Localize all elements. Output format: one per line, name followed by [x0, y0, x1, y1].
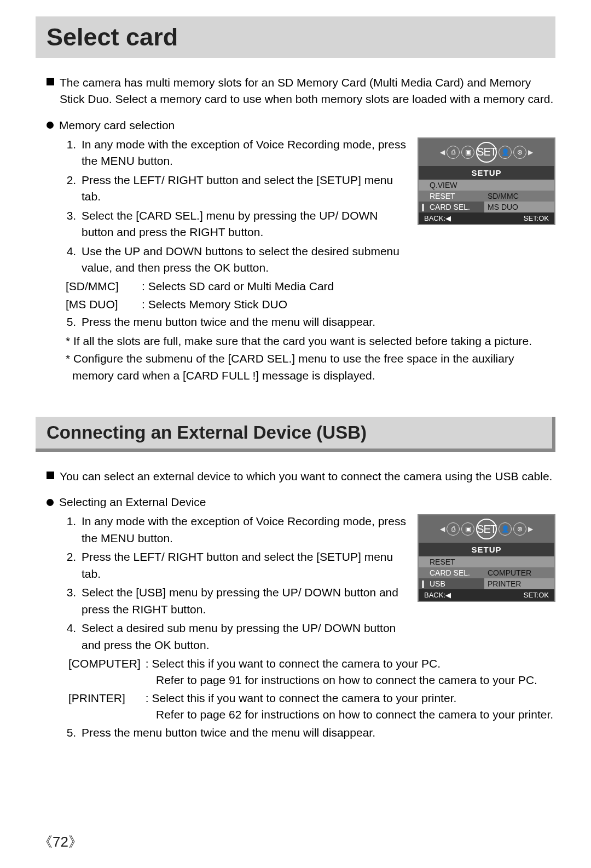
subheading-2-text: Selecting an External Device	[59, 496, 206, 509]
options-1: [SD/MMC]: Selects SD card or Multi Media…	[66, 278, 407, 313]
lcd-screenshot-1: ◀ ⎙ ▣ SET 👤 ⊛ ▶ SETUP Q.VIEW RESETSD/MMC…	[418, 137, 555, 225]
col-left-1: In any mode with the exception of Voice …	[36, 136, 407, 314]
columns-1: In any mode with the exception of Voice …	[36, 136, 555, 314]
steps-list-1b: Press the menu button twice and the menu…	[79, 314, 555, 330]
square-bullet-icon	[47, 78, 54, 85]
lcd1-m3: CARD SEL.	[419, 202, 484, 212]
opt2-1-sub: Refer to page 91 for instructions on how…	[156, 672, 555, 688]
subheading-1-text: Memory card selection	[59, 119, 175, 132]
lcd2-m2: CARD SEL.	[419, 567, 484, 578]
lcd2-m3r: PRINTER	[484, 578, 554, 589]
lcd1-m2: RESET	[419, 191, 484, 202]
notes-1: * If all the slots are full, make sure t…	[66, 333, 555, 384]
opt2-1-desc: : Select this if you want to connect the…	[146, 657, 441, 670]
step-2-4: Select a desired sub menu by pressing th…	[79, 620, 407, 653]
lcd1-print-tab-icon: ⎙	[447, 146, 460, 159]
lcd2-body: RESET CARD SEL.COMPUTER USBPRINTER	[419, 556, 554, 589]
opt1-desc: : Selects SD card or Multi Media Card	[142, 278, 334, 295]
lcd2-footer: BACK:◀ SET:OK	[419, 589, 554, 601]
step-1-4: Use the UP and DOWN buttons to select th…	[79, 243, 407, 277]
lcd1-footer: BACK:◀ SET:OK	[419, 212, 554, 224]
lcd2-m2r: COMPUTER	[484, 567, 554, 578]
lcd2-m1: RESET	[419, 556, 484, 567]
lcd2-set-tab: SET	[476, 519, 497, 539]
lcd1-person-tab-icon: 👤	[499, 146, 512, 159]
note-1-2: * Configure the submenu of the [CARD SEL…	[66, 350, 555, 384]
lcd2-tabs: ◀ ⎙ ▣ SET 👤 ⊛ ▶	[419, 515, 554, 543]
opt2-desc: : Selects Memory Stick DUO	[142, 296, 287, 313]
intro-block-2: You can select an external device to whi…	[47, 468, 555, 485]
lcd2-right-arrow-icon: ▶	[528, 525, 533, 533]
intro-text-1: The camera has multi memory slots for an…	[60, 74, 555, 108]
step-2-1: In any mode with the exception of Voice …	[79, 513, 407, 547]
note-1-1: * If all the slots are full, make sure t…	[66, 333, 555, 349]
opt2-2-sub: Refer to page 62 for instructions on how…	[156, 706, 555, 723]
lcd1-play-tab-icon: ▣	[461, 146, 474, 159]
circle-bullet-icon	[47, 122, 54, 129]
step-2-2: Press the LEFT/ RIGHT button and select …	[79, 549, 407, 582]
circle-bullet-icon	[47, 499, 54, 506]
lcd1-m1: Q.VIEW	[419, 180, 484, 191]
lcd1-m3r: MS DUO	[484, 202, 554, 212]
step-1-5: Press the menu button twice and the menu…	[79, 314, 555, 330]
intro-text-2: You can select an external device to whi…	[60, 468, 552, 485]
lcd2-back: BACK:◀	[424, 591, 451, 599]
columns-2: In any mode with the exception of Voice …	[36, 513, 555, 656]
lcd2-print-tab-icon: ⎙	[447, 522, 460, 536]
lcd1-body: Q.VIEW RESETSD/MMC CARD SEL.MS DUO	[419, 180, 554, 212]
lcd2-play-tab-icon: ▣	[461, 522, 474, 536]
lcd1-misc-tab-icon: ⊛	[513, 146, 526, 159]
opt2-2-desc: : Select this if you want to connect the…	[146, 692, 456, 704]
step-1-1: In any mode with the exception of Voice …	[79, 136, 407, 170]
steps-list-2b: Press the menu button twice and the menu…	[79, 725, 555, 741]
step-2-5: Press the menu button twice and the menu…	[79, 725, 555, 741]
lcd2-header: SETUP	[419, 543, 554, 556]
lcd1-header: SETUP	[419, 166, 554, 180]
opt2-1-name: [COMPUTER]	[68, 656, 142, 672]
lcd2-person-tab-icon: 👤	[499, 522, 512, 536]
intro-block-1: The camera has multi memory slots for an…	[47, 74, 555, 108]
section-title-bar-usb: Connecting an External Device (USB)	[36, 417, 555, 452]
steps-list-2: In any mode with the exception of Voice …	[79, 513, 407, 653]
page-title: Select card	[47, 23, 544, 51]
lcd1-set: SET:OK	[524, 214, 549, 222]
page-title-bar: Select card	[36, 16, 555, 58]
page-number: 72	[38, 832, 83, 852]
lcd2-set: SET:OK	[524, 591, 549, 599]
subheading-1: Memory card selection	[47, 119, 555, 132]
lcd2-left-arrow-icon: ◀	[440, 525, 445, 533]
steps-list-1: In any mode with the exception of Voice …	[79, 136, 407, 277]
lcd2-misc-tab-icon: ⊛	[513, 522, 526, 536]
lcd2-m3: USB	[419, 578, 484, 589]
lcd1-left-arrow-icon: ◀	[440, 148, 445, 156]
step-2-3: Select the [USB] menu by pressing the UP…	[79, 584, 407, 618]
lcd1-set-tab: SET	[476, 142, 497, 163]
step-1-3: Select the [CARD SEL.] menu by pressing …	[79, 208, 407, 241]
opt1-name: [SD/MMC]	[66, 278, 140, 295]
square-bullet-icon	[47, 472, 54, 479]
lcd-screenshot-2: ◀ ⎙ ▣ SET 👤 ⊛ ▶ SETUP RESET CARD SEL.COM…	[418, 514, 555, 602]
opt2-name: [MS DUO]	[66, 296, 140, 313]
col-left-2: In any mode with the exception of Voice …	[36, 513, 407, 656]
lcd1-m2r: SD/MMC	[484, 191, 554, 202]
options-2: [COMPUTER] : Select this if you want to …	[68, 656, 555, 723]
opt2-2-name: [PRINTER]	[68, 690, 142, 706]
subheading-2: Selecting an External Device	[47, 496, 555, 509]
step-1-2: Press the LEFT/ RIGHT button and select …	[79, 172, 407, 205]
lcd1-right-arrow-icon: ▶	[528, 148, 533, 156]
lcd1-tabs: ◀ ⎙ ▣ SET 👤 ⊛ ▶	[419, 139, 554, 166]
section-title-usb: Connecting an External Device (USB)	[47, 422, 541, 443]
lcd1-back: BACK:◀	[424, 214, 451, 222]
